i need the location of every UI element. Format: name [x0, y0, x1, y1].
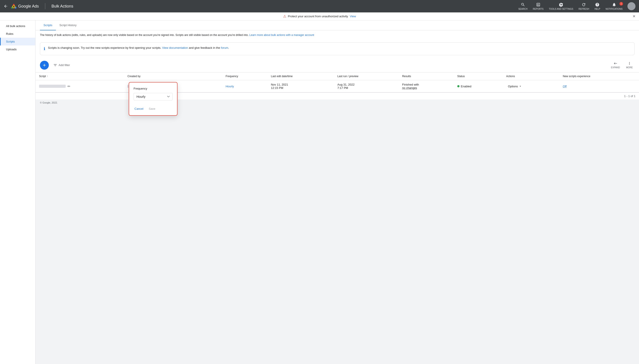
security-banner-link[interactable]: View — [350, 15, 356, 18]
expand-button[interactable]: EXPAND — [609, 60, 622, 70]
refresh-nav-label: REFRESH — [579, 8, 589, 10]
info-box-text: Scripts is changing soon. Try out the ne… — [48, 46, 229, 50]
main-layout: All bulk actions Rules Scripts Uploads S… — [0, 20, 639, 364]
topbar-left: Google Ads Bulk Actions — [4, 3, 516, 9]
add-button[interactable]: + — [40, 61, 49, 70]
search-nav-button[interactable]: SEARCH — [516, 2, 530, 11]
cell-frequency[interactable]: Hourly — [222, 80, 267, 92]
cell-new-scripts: Off — [559, 80, 639, 92]
filter-button[interactable]: Add filter — [52, 62, 72, 68]
tab-scripts[interactable]: Scripts — [40, 20, 56, 30]
sidebar-item-rules[interactable]: Rules — [0, 30, 35, 38]
last-edit-date: Nov 11, 2021 — [271, 83, 330, 86]
avatar[interactable] — [627, 2, 635, 10]
col-last-edit: Last edit date/time — [267, 72, 334, 80]
results-text: Finished with — [402, 83, 419, 86]
popup-frequency-label: Frequency — [134, 87, 173, 90]
toolbar-right: EXPAND MORE — [609, 60, 634, 70]
script-name-cell: ✏ — [39, 84, 120, 88]
info-box-and: and give feedback in the — [189, 46, 221, 50]
sidebar-item-uploads[interactable]: Uploads — [0, 46, 35, 53]
help-nav-label: HELP — [594, 8, 600, 10]
col-actions: Actions — [503, 72, 559, 80]
cancel-button[interactable]: Cancel — [134, 106, 144, 112]
scripts-info-box: ℹ Scripts is changing soon. Try out the … — [40, 42, 634, 55]
scripts-table-wrapper: Script ↑ Created by Frequency Last edit … — [36, 72, 639, 100]
save-button[interactable]: Save — [148, 106, 156, 112]
script-name-blurred — [39, 85, 66, 88]
info-bar-text: The history of bulk actions (edits, rule… — [40, 34, 248, 36]
toolbar-left: + Add filter — [40, 61, 72, 70]
sidebar-item-all-bulk[interactable]: All bulk actions — [0, 22, 35, 30]
last-run-time: 7:17 PM — [338, 86, 395, 90]
search-nav-label: SEARCH — [518, 8, 528, 10]
sidebar: All bulk actions Rules Scripts Uploads — [0, 20, 36, 364]
col-new-scripts: New scripts experience — [559, 72, 639, 80]
security-banner-close-button[interactable]: ✕ — [632, 14, 635, 18]
notifications-nav-button[interactable]: 1 NOTIFICATIONS — [603, 2, 625, 11]
last-run-date: Aug 31, 2022 — [338, 83, 395, 86]
col-script: Script ↑ — [36, 72, 124, 80]
last-edit-time: 12:15 PM — [271, 86, 330, 90]
expand-label: EXPAND — [611, 66, 620, 69]
col-results: Results — [399, 72, 454, 80]
new-scripts-toggle[interactable]: Off — [563, 85, 567, 88]
notifications-badge: 1 — [619, 2, 623, 6]
tools-nav-label: TOOLS AND SETTINGS — [549, 8, 573, 10]
google-ads-logo: Google Ads — [11, 3, 39, 9]
content-area: Scripts Script History The history of bu… — [36, 20, 639, 100]
help-nav-button[interactable]: HELP — [592, 2, 602, 11]
cell-last-run: Aug 31, 2022 7:17 PM — [334, 80, 399, 92]
header-divider — [45, 3, 45, 9]
filter-label: Add filter — [59, 64, 70, 67]
more-button[interactable]: MORE — [624, 60, 634, 70]
popup-actions: Cancel Save — [134, 105, 173, 112]
status-label: Enabled — [461, 85, 471, 88]
tools-nav-button[interactable]: TOOLS AND SETTINGS — [547, 2, 575, 11]
sort-icon[interactable]: ↑ — [47, 75, 48, 78]
refresh-nav-button[interactable]: REFRESH — [576, 2, 591, 11]
tab-script-history[interactable]: Script History — [56, 20, 80, 30]
footer: © Google, 2022. — [36, 100, 639, 106]
sidebar-item-scripts[interactable]: Scripts — [0, 38, 35, 46]
svg-point-2 — [11, 7, 13, 9]
table-row: ✏ Hourly Nov 11, 2021 12:15 PM — [36, 80, 639, 92]
tabs-bar: Scripts Script History — [36, 20, 639, 30]
results-details: no changes — [402, 86, 417, 90]
back-button[interactable] — [4, 4, 8, 8]
status-enabled: Enabled — [457, 85, 499, 88]
info-icon: ℹ — [44, 46, 45, 52]
col-status: Status — [454, 72, 503, 80]
cell-actions: Options — [503, 80, 559, 92]
frequency-popup: Frequency Hourly Daily Weekly Monthly On… — [129, 82, 177, 116]
svg-point-4 — [13, 4, 15, 6]
view-documentation-link[interactable]: View documentation — [162, 46, 188, 50]
main-content: Scripts Script History The history of bu… — [36, 20, 639, 364]
security-banner-text: Protect your account from unauthorized a… — [288, 15, 348, 18]
warning-icon: ⚠ — [283, 14, 286, 18]
col-frequency: Frequency — [222, 72, 267, 80]
topbar: Google Ads Bulk Actions SEARCH REPORTS T… — [0, 0, 639, 12]
edit-icon[interactable]: ✏ — [68, 84, 70, 88]
reports-nav-button[interactable]: REPORTS — [531, 2, 546, 11]
manager-account-link[interactable]: Learn more about bulk actions with a man… — [249, 34, 314, 36]
frequency-select[interactable]: Hourly Daily Weekly Monthly Once — [134, 93, 173, 100]
options-button[interactable]: Options — [506, 84, 524, 89]
cell-script: ✏ — [36, 80, 124, 92]
topbar-right: SEARCH REPORTS TOOLS AND SETTINGS REFRES… — [516, 2, 635, 11]
notifications-nav-label: NOTIFICATIONS — [606, 8, 622, 10]
scripts-table: Script ↑ Created by Frequency Last edit … — [36, 72, 639, 92]
toolbar: + Add filter EXPAND MORE — [36, 58, 639, 72]
info-bar: The history of bulk actions (edits, rule… — [36, 30, 639, 40]
pagination: 1 - 1 of 1 — [36, 92, 639, 100]
forum-link[interactable]: forum — [221, 46, 228, 50]
cell-last-edit: Nov 11, 2021 12:15 PM — [267, 80, 334, 92]
page-title: Bulk Actions — [52, 4, 73, 9]
col-created-by: Created by — [124, 72, 222, 80]
google-ads-label: Google Ads — [18, 4, 39, 9]
reports-nav-label: REPORTS — [533, 8, 544, 10]
col-last-run: Last run / preview — [334, 72, 399, 80]
table-header-row: Script ↑ Created by Frequency Last edit … — [36, 72, 639, 80]
more-label: MORE — [626, 66, 633, 69]
svg-point-3 — [15, 7, 17, 9]
